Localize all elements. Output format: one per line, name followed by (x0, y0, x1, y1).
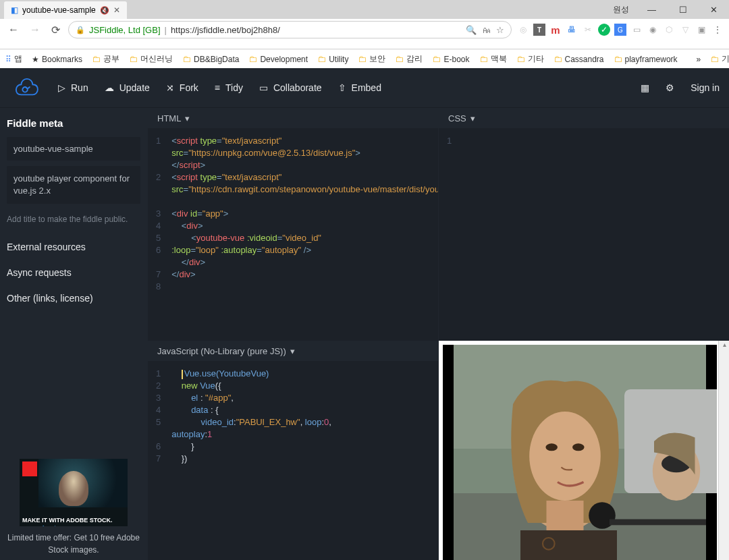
embed-button[interactable]: ⇧Embed (338, 82, 381, 93)
result-video[interactable] (443, 345, 717, 560)
ext-icon-1[interactable]: ◎ (517, 24, 529, 36)
url-path: https://jsfiddle.net/boj2h8h8/ (171, 25, 280, 35)
sidebar: Fiddle meta youtube-vue-sample youtube p… (0, 108, 147, 560)
ad-text: Limited time offer: Get 10 free Adobe St… (7, 532, 140, 556)
zoom-icon[interactable]: 🔍 (466, 25, 477, 35)
js-gutter: 1 2 3 4 5 6 7 (148, 361, 166, 560)
ext-icon-10[interactable]: ⬡ (663, 24, 675, 36)
lock-icon: 🔒 (76, 26, 85, 34)
dropdown-icon: ▾ (470, 113, 475, 123)
bookmark-folder[interactable]: 🗀 Utility (317, 54, 348, 64)
browser-tab[interactable]: ◧ youtube-vue-sample 🔇 ✕ (4, 1, 127, 19)
js-code: Vue.use(YoutubeVue) new Vue({ el : "#app… (166, 361, 337, 560)
reload-button[interactable]: ⟳ (49, 22, 63, 38)
translate-icon[interactable]: 🗛 (482, 25, 491, 35)
vertical-scrollbar[interactable]: ▴▾ (718, 341, 729, 560)
html-pane-header[interactable]: HTML ▾ (148, 108, 438, 128)
bookmark-overflow[interactable]: » (697, 55, 701, 64)
svg-rect-10 (520, 530, 617, 560)
css-gutter: 1 (439, 128, 457, 341)
settings-button[interactable]: ⚙ (666, 82, 674, 93)
ext-icon-5[interactable]: ✂ (582, 24, 594, 36)
ext-icon-11[interactable]: ▽ (679, 24, 691, 36)
tab-favicon: ◧ (11, 5, 18, 15)
run-button[interactable]: ▷Run (58, 82, 88, 93)
bookmark-folder[interactable]: 🗀 playframework (614, 54, 678, 64)
tidy-button[interactable]: ≡Tidy (215, 82, 243, 93)
bookmark-folder[interactable]: 🗀 DB&BigData (182, 54, 239, 64)
list-icon: ≡ (215, 82, 220, 93)
url-origin: JSFiddle, Ltd [GB] (89, 25, 161, 35)
html-code: <script type="text/javascript" src="http… (166, 128, 438, 341)
bookmark-folder[interactable]: 🗀 E-book (432, 54, 469, 64)
bookmark-folder[interactable]: 🗀 기타 (516, 53, 544, 65)
layout-button[interactable]: ▦ (641, 82, 649, 93)
apps-button[interactable]: ⠿ 앱 (5, 53, 22, 65)
result-pane: ▴▾ ◂▸ (438, 341, 729, 560)
css-pane-header[interactable]: CSS ▾ (439, 108, 729, 128)
forward-button[interactable]: → (27, 22, 43, 37)
async-requests[interactable]: Async requests (7, 267, 140, 278)
bookmark-folder[interactable]: 🗀 맥북 (479, 53, 507, 65)
ext-icon-4[interactable]: 🖶 (566, 24, 578, 36)
ext-icon-6[interactable]: ✓ (598, 24, 610, 36)
ad-block[interactable]: MAKE IT WITH ADOBE STOCK. Get 10 free im… (7, 459, 140, 560)
fork-button[interactable]: ⤨Fork (166, 82, 198, 93)
html-editor[interactable]: 1 2 3 4 5 6 7 8 <script type="text/javas… (148, 128, 438, 341)
tab-bar: ◧ youtube-vue-sample 🔇 ✕ 원성 — ☐ ✕ (0, 0, 729, 19)
svg-point-6 (529, 412, 601, 501)
jsfiddle-logo[interactable] (9, 76, 42, 100)
bookmark-folder[interactable]: 🗀 보안 (358, 53, 385, 65)
window-label: 원성 (613, 4, 629, 16)
description-input[interactable]: youtube player component for vue.js 2.x (7, 166, 140, 204)
svg-rect-12 (610, 520, 706, 526)
star-icon[interactable]: ☆ (496, 25, 504, 35)
ext-icon-2[interactable]: T (533, 24, 545, 36)
dropdown-icon: ▾ (290, 346, 295, 356)
title-input[interactable]: youtube-vue-sample (7, 137, 140, 161)
ext-icon-12[interactable]: ▣ (695, 24, 707, 36)
collaborate-button[interactable]: ▭Collaborate (259, 82, 322, 93)
cloud-up-icon: ☁ (105, 82, 114, 93)
external-resources[interactable]: External resources (7, 242, 140, 252)
ad-image: MAKE IT WITH ADOBE STOCK. Get 10 free im… (20, 459, 128, 526)
css-editor[interactable]: 1 (439, 128, 729, 341)
meta-hint: Add title to make the fiddle public. (7, 215, 140, 224)
bookmark-folder[interactable]: 🗀 Development (248, 54, 308, 64)
ext-icon-9[interactable]: ◉ (647, 24, 659, 36)
ext-icon-7[interactable]: G (614, 24, 626, 36)
bookmark-folder[interactable]: 🗀 Cassandra (554, 54, 604, 64)
bookmark-folder[interactable]: 🗀 공부 (92, 53, 119, 65)
maximize-button[interactable]: ☐ (668, 0, 698, 19)
bookmark-folder[interactable]: 🗀 감리 (395, 53, 423, 65)
sliders-icon: ⚙ (666, 82, 674, 93)
js-pane: JavaScript (No-Library (pure JS)) ▾ 1 2 … (147, 341, 438, 560)
dropdown-icon: ▾ (185, 113, 190, 123)
play-icon: ▷ (58, 82, 65, 93)
upload-icon: ⇧ (338, 82, 346, 93)
menu-icon[interactable]: ⋮ (711, 24, 724, 36)
ext-icon-3[interactable]: m (549, 24, 562, 36)
other-links[interactable]: Other (links, license) (7, 293, 140, 304)
tab-close-icon[interactable]: ✕ (113, 5, 120, 15)
css-pane: CSS ▾ 1 (438, 108, 729, 341)
address-bar[interactable]: 🔒 JSFiddle, Ltd [GB] | https://jsfiddle.… (68, 21, 512, 38)
update-button[interactable]: ☁Update (105, 82, 150, 93)
js-pane-header[interactable]: JavaScript (No-Library (pure JS)) ▾ (148, 341, 438, 361)
minimize-button[interactable]: — (637, 0, 667, 19)
meta-heading: Fiddle meta (7, 117, 140, 129)
app-toolbar: ▷Run ☁Update ⤨Fork ≡Tidy ▭Collaborate ⇧E… (0, 68, 729, 107)
bookmark-folder-right[interactable]: 🗀 기타 북마크 (710, 53, 729, 65)
svg-point-7 (545, 443, 558, 451)
html-pane: HTML ▾ 1 2 3 4 5 6 7 8 <script type="tex… (147, 108, 438, 341)
svg-point-8 (572, 443, 585, 451)
bookmark-folder[interactable]: 🗀 머신러닝 (129, 53, 173, 65)
speaker-icon: 🔇 (100, 6, 109, 15)
back-button[interactable]: ← (5, 22, 22, 37)
js-editor[interactable]: 1 2 3 4 5 6 7 Vue.use(YoutubeVue) new Vu… (148, 361, 438, 560)
bookmark-item[interactable]: ★ Bookmarks (32, 55, 82, 64)
signin-button[interactable]: Sign in (691, 82, 720, 93)
ext-icon-8[interactable]: ▭ (630, 24, 643, 36)
chat-icon: ▭ (259, 82, 268, 93)
close-button[interactable]: ✕ (699, 0, 729, 19)
